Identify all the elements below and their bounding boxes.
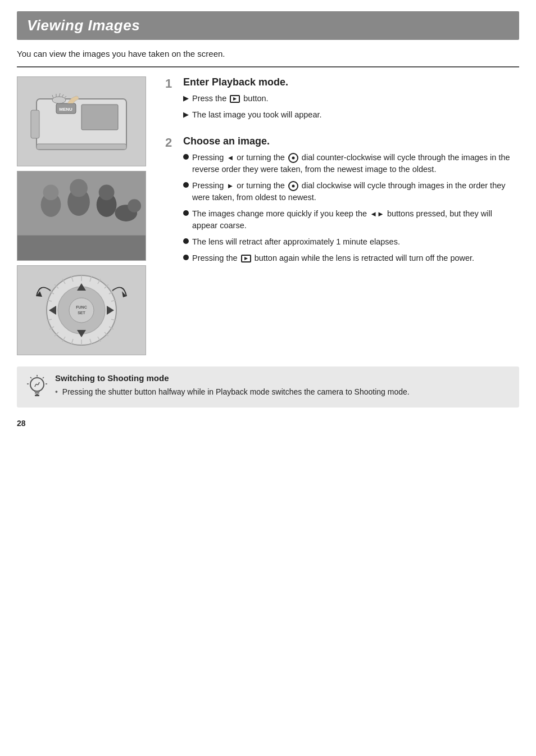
- dial-image: FUNC SET: [17, 265, 146, 355]
- svg-line-8: [59, 93, 60, 97]
- shooting-mode-icon: [26, 374, 48, 399]
- step-2-bullet-3: The images change more quickly if you ke…: [183, 208, 519, 232]
- intro-text: You can view the images you have taken o…: [17, 49, 519, 58]
- svg-point-5: [52, 97, 66, 103]
- main-content: MENU: [17, 76, 519, 355]
- page-container: Viewing Images You can view the images y…: [0, 0, 536, 445]
- step-2-text-4: The lens will retract after approximatel…: [192, 236, 400, 248]
- note-body-text: Pressing the shutter button halfway whil…: [62, 387, 410, 396]
- svg-rect-11: [37, 144, 126, 150]
- step-2-bullet-5: Pressing the button again while the lens…: [183, 252, 519, 264]
- svg-point-46: [69, 298, 94, 323]
- svg-point-20: [128, 199, 141, 212]
- svg-rect-2: [81, 105, 118, 130]
- dial-icon-1: [288, 153, 298, 163]
- step-2-bullet-4: The lens will retract after approximatel…: [183, 236, 519, 248]
- playback-button-icon-2: [241, 255, 251, 262]
- playback-button-icon: [230, 95, 240, 103]
- step-1-bullet-2: ▶ The last image you took will appear.: [183, 109, 322, 121]
- lr-arrows-icon: ◄►: [370, 209, 384, 220]
- note-box: Switching to Shooting mode • Pressing th…: [17, 366, 519, 408]
- svg-line-60: [43, 377, 44, 378]
- right-arrow-icon: ►: [226, 181, 234, 192]
- kids-photo: [17, 171, 146, 260]
- step-2-content: Choose an image. Pressing ◄ or turning t…: [183, 135, 519, 269]
- step-1-text-1: Press the button.: [192, 93, 269, 105]
- bullet-icon-1: [183, 154, 189, 160]
- kids-photo-svg: [17, 171, 146, 261]
- step-1: 1 Enter Playback mode. ▶ Press the butto…: [165, 76, 519, 125]
- svg-line-10: [64, 96, 66, 98]
- step-2-text-3: The images change more quickly if you ke…: [192, 208, 519, 232]
- step-1-heading: Enter Playback mode.: [183, 76, 322, 88]
- step-2-text-5: Pressing the button again while the lens…: [192, 252, 474, 264]
- svg-rect-64: [35, 395, 39, 396]
- svg-line-9: [62, 94, 63, 97]
- note-heading: Switching to Shooting mode: [55, 373, 410, 383]
- step-1-content: Enter Playback mode. ▶ Press the button.…: [183, 76, 322, 125]
- svg-point-16: [70, 179, 88, 197]
- note-content: Switching to Shooting mode • Pressing th…: [55, 373, 410, 397]
- bullet-icon-5: [183, 255, 189, 260]
- svg-rect-1: [31, 110, 39, 138]
- step-2-bullet-1: Pressing ◄ or turning the dial counter-c…: [183, 152, 519, 175]
- left-arrow-icon: ◄: [226, 153, 234, 164]
- kids-image: [17, 171, 146, 261]
- bullet-icon-3: [183, 210, 189, 216]
- divider: [17, 66, 519, 67]
- note-icon: [26, 374, 48, 401]
- step-2-text-1: Pressing ◄ or turning the dial counter-c…: [192, 152, 519, 175]
- instructions-column: 1 Enter Playback mode. ▶ Press the butto…: [165, 76, 519, 355]
- page-number: 28: [17, 419, 519, 428]
- step-1-number: 1: [165, 78, 178, 125]
- svg-point-14: [43, 184, 59, 200]
- step-2-heading: Choose an image.: [183, 135, 519, 147]
- note-bullet-icon: •: [55, 387, 58, 396]
- camera-image: MENU: [17, 76, 146, 166]
- page-title: Viewing Images: [27, 17, 509, 34]
- step-1-list: ▶ Press the button. ▶ The last image you…: [183, 93, 322, 121]
- svg-line-6: [52, 95, 53, 98]
- note-text: • Pressing the shutter button halfway wh…: [55, 386, 410, 397]
- bullet-icon-4: [183, 238, 189, 244]
- bullet-icon-2: [183, 182, 189, 188]
- title-bar: Viewing Images: [17, 11, 519, 40]
- camera-illustration: MENU: [25, 82, 138, 161]
- triangle-icon: ▶: [183, 110, 189, 120]
- step-1-text-2: The last image you took will appear.: [192, 109, 322, 121]
- svg-text:FUNC: FUNC: [76, 305, 87, 309]
- step-1-bullet-1: ▶ Press the button.: [183, 93, 322, 105]
- arrow-icon: ▶: [183, 93, 189, 104]
- step-2: 2 Choose an image. Pressing ◄ or turning…: [165, 135, 519, 269]
- step-2-text-2: Pressing ► or turning the dial clockwise…: [192, 180, 519, 203]
- step-2-bullet-2: Pressing ► or turning the dial clockwise…: [183, 180, 519, 203]
- svg-text:MENU: MENU: [59, 107, 72, 112]
- svg-rect-21: [17, 236, 146, 261]
- svg-line-62: [30, 377, 31, 378]
- svg-text:SET: SET: [78, 311, 85, 315]
- step-2-number: 2: [165, 137, 178, 269]
- svg-point-18: [99, 184, 115, 200]
- step-2-list: Pressing ◄ or turning the dial counter-c…: [183, 152, 519, 264]
- dial-illustration: FUNC SET: [31, 271, 132, 350]
- images-column: MENU: [17, 76, 152, 355]
- dial-icon-2: [288, 181, 298, 191]
